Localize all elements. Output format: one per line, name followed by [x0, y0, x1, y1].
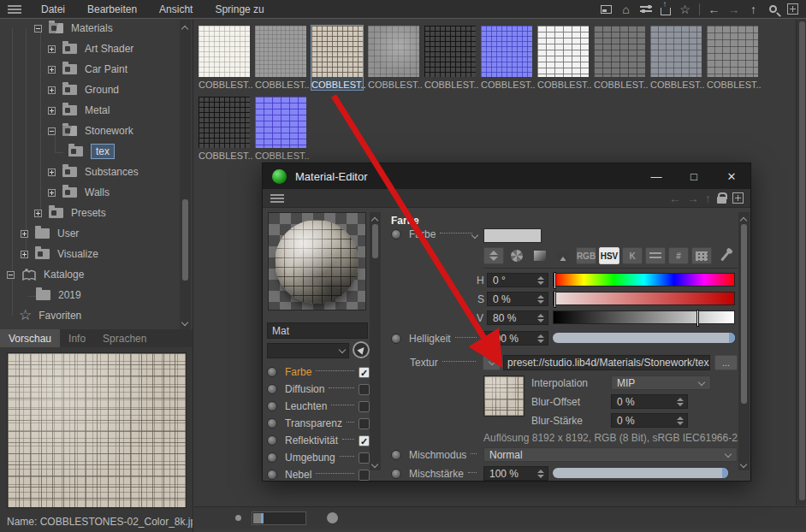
new-panel-icon[interactable]: [732, 192, 744, 204]
channel-radio-icon[interactable]: [267, 367, 277, 377]
expand-icon[interactable]: [21, 230, 28, 238]
expand-icon[interactable]: [21, 251, 28, 258]
scroll-up-icon[interactable]: [740, 214, 749, 222]
spinner[interactable]: [676, 417, 685, 425]
back-arrow-icon[interactable]: ←: [706, 2, 722, 17]
texture-path-field[interactable]: preset://studio.lib4d/Materials/Stonewor…: [503, 355, 710, 370]
channel-radio-icon[interactable]: [267, 452, 277, 463]
kelvin-mode-button[interactable]: K: [622, 247, 643, 264]
expand-icon[interactable]: [48, 86, 56, 94]
tree-item-walls[interactable]: Walls: [48, 184, 110, 201]
mix-strength-slider[interactable]: [553, 468, 728, 478]
mix-strength-field[interactable]: 100 %: [483, 466, 548, 481]
tree-item-visualize[interactable]: Visualize: [21, 245, 98, 263]
param-radio-icon[interactable]: [391, 229, 401, 239]
back-arrow-icon[interactable]: ←: [669, 192, 681, 205]
pick-material-button[interactable]: [353, 341, 370, 358]
rgb-mode-button[interactable]: RGB: [576, 247, 596, 264]
brightness-field[interactable]: 100 %: [483, 331, 548, 346]
search-icon[interactable]: [765, 2, 781, 17]
tree-item-favoriten[interactable]: ☆ Favoriten: [19, 307, 81, 324]
color-swatch[interactable]: [483, 228, 542, 243]
menu-bearbeiten[interactable]: Bearbeiten: [76, 3, 148, 15]
expand-icon[interactable]: [48, 66, 56, 74]
hue-gradient-bar[interactable]: [553, 273, 735, 287]
hue-field[interactable]: 0 °: [487, 273, 548, 287]
spinner[interactable]: [676, 398, 685, 406]
maximize-button[interactable]: □: [675, 163, 713, 189]
tree-item-metal[interactable]: Metal: [48, 102, 110, 119]
param-radio-icon[interactable]: [391, 450, 401, 460]
hex-mode-button[interactable]: #: [668, 247, 689, 264]
up-arrow-icon[interactable]: ↑: [745, 2, 762, 17]
expand-icon[interactable]: [48, 168, 56, 176]
saturation-gradient-bar[interactable]: [553, 292, 735, 305]
texture-thumbnail[interactable]: COBBLEST..: [650, 26, 702, 90]
scroll-down-icon[interactable]: [371, 460, 380, 469]
gradient-mode-icon[interactable]: [530, 247, 550, 264]
saturation-field[interactable]: 0 %: [487, 292, 548, 306]
interpolation-dropdown[interactable]: MIP: [611, 375, 711, 390]
texture-thumbnail[interactable]: COBBLEST..: [199, 97, 250, 161]
menu-springe-zu[interactable]: Springe zu: [204, 3, 275, 15]
tree-item-substances[interactable]: Substances: [48, 163, 139, 180]
material-layer-dropdown[interactable]: [267, 343, 349, 358]
tree-item-car-paint[interactable]: Car Paint: [48, 61, 127, 78]
scrollbar-thumb[interactable]: [799, 21, 805, 500]
channel-transparenz[interactable]: Transparenz ✓: [267, 415, 370, 432]
channel-radio-icon[interactable]: [267, 418, 277, 429]
channel-checkbox[interactable]: ✓: [359, 418, 370, 429]
spinner[interactable]: [536, 470, 545, 478]
texture-thumbnail-selected[interactable]: COBBLEST..: [311, 26, 363, 90]
channel-checkbox[interactable]: ✓: [359, 452, 370, 464]
texture-thumbnail[interactable]: COBBLEST..: [537, 26, 589, 90]
tree-item-2019[interactable]: 2019: [36, 287, 81, 304]
channel-checkbox[interactable]: ✓: [359, 367, 370, 378]
texture-thumbnail[interactable]: COBBLEST..: [255, 26, 306, 90]
new-panel-icon[interactable]: [785, 2, 801, 17]
forward-arrow-icon[interactable]: →: [687, 192, 699, 205]
channel-checkbox[interactable]: ✓: [359, 401, 370, 412]
texture-thumbnail[interactable]: COBBLEST..: [255, 97, 306, 161]
tree-item-materials[interactable]: Materials: [34, 20, 113, 37]
channel-checkbox[interactable]: ✓: [359, 435, 370, 446]
zoom-in-dot-icon[interactable]: [327, 512, 338, 523]
hue-marker[interactable]: [554, 272, 556, 289]
home-icon[interactable]: ⌂: [618, 2, 634, 17]
tree-item-user[interactable]: User: [21, 225, 79, 242]
value-marker[interactable]: [696, 310, 699, 327]
channel-radio-icon[interactable]: [267, 470, 277, 480]
texture-thumbnail[interactable]: COBBLEST..: [707, 26, 758, 90]
mixer-mode-icon[interactable]: [645, 247, 666, 264]
scroll-down-icon[interactable]: [740, 460, 749, 469]
tab-vorschau[interactable]: Vorschau: [0, 329, 60, 347]
texture-thumbnail[interactable]: COBBLEST..: [481, 26, 532, 90]
close-button[interactable]: ✕: [713, 163, 750, 189]
expand-icon[interactable]: [48, 107, 56, 115]
spinner[interactable]: [536, 314, 545, 322]
saturation-marker[interactable]: [554, 291, 556, 308]
up-arrow-icon[interactable]: ↑: [705, 192, 711, 205]
texture-thumbnail[interactable]: COBBLEST..: [199, 26, 250, 90]
channel-radio-icon[interactable]: [267, 384, 277, 394]
channel-radio-icon[interactable]: [267, 435, 277, 446]
expand-icon[interactable]: [34, 210, 42, 217]
menu-datei[interactable]: Datei: [30, 3, 76, 15]
scroll-up-icon[interactable]: [371, 214, 380, 222]
dialog-title-bar[interactable]: Material-Editor — □ ✕: [263, 163, 750, 189]
material-name-field[interactable]: Mat: [267, 322, 368, 339]
dialog-hamburger-icon[interactable]: [270, 194, 284, 203]
channel-umgebung[interactable]: Umgebung ✓: [267, 449, 370, 466]
channel-farbe[interactable]: Farbe ✓: [267, 364, 370, 381]
channel-diffusion[interactable]: Diffusion ✓: [267, 381, 370, 398]
slider-handle[interactable]: [253, 513, 264, 523]
dialog-scrollbar[interactable]: [738, 212, 750, 470]
swatches-mode-icon[interactable]: [691, 247, 712, 264]
panel-icon[interactable]: [598, 2, 614, 17]
spinner[interactable]: [536, 295, 545, 304]
channel-reflektivitaet[interactable]: Reflektivität ✓: [267, 432, 370, 449]
mix-mode-dropdown[interactable]: Normal: [483, 447, 738, 462]
minimize-button[interactable]: —: [637, 163, 675, 189]
texture-dropdown-chevron[interactable]: [483, 355, 501, 370]
value-gradient-bar[interactable]: [553, 310, 735, 324]
